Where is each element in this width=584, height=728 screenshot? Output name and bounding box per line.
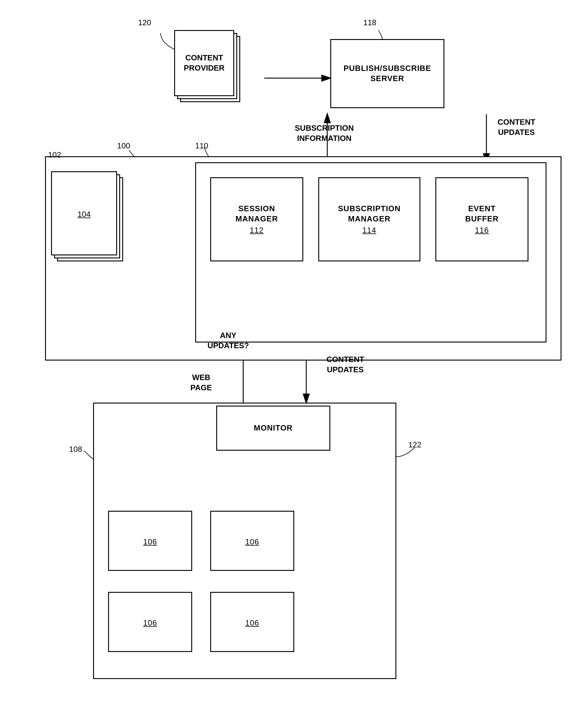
subscription-manager-ref: 114 [362, 226, 376, 235]
event-buffer-ref: 116 [475, 226, 489, 235]
content-area-box-3: 106 [108, 592, 192, 652]
ref-102: 102 [48, 150, 61, 159]
session-manager-label: SESSIONMANAGER [235, 204, 278, 224]
subscription-manager-box: SUBSCRIPTIONMANAGER 114 [318, 177, 420, 261]
content-provider-label: CONTENTPROVIDER [184, 53, 225, 73]
client-pages-ref: 104 [78, 210, 90, 219]
content-area-ref-1: 106 [143, 537, 157, 547]
content-area-box-4: 106 [210, 592, 294, 652]
content-area-ref-2: 106 [245, 537, 259, 547]
content-updates-top-label: CONTENTUPDATES [474, 117, 558, 138]
subscription-information-label: SUBSCRIPTIONINFORMATION [285, 123, 363, 144]
monitor-box: MONITOR [216, 406, 330, 451]
session-manager-box: SESSIONMANAGER 112 [210, 177, 303, 261]
publish-subscribe-server-box: PUBLISH/SUBSCRIBESERVER [330, 39, 444, 108]
content-updates-bottom-label: CONTENTUPDATES [315, 355, 375, 375]
session-manager-ref: 112 [250, 226, 263, 235]
content-area-box-1: 106 [108, 511, 192, 571]
subscription-manager-label: SUBSCRIPTIONMANAGER [338, 204, 400, 224]
any-updates-label: ANYUPDATES? [198, 331, 258, 351]
ref-122: 122 [408, 440, 421, 449]
content-area-box-2: 106 [210, 511, 294, 571]
ref-100: 100 [117, 141, 130, 151]
ref-120: 120 [138, 18, 151, 27]
diagram: 120 CONTENTPROVIDER 118 PUBLISH/SUBSCRIB… [0, 0, 584, 728]
monitor-label: MONITOR [254, 423, 293, 433]
content-area-ref-3: 106 [143, 618, 157, 628]
ref-108: 108 [69, 445, 82, 454]
ref-110: 110 [195, 141, 208, 151]
content-area-ref-4: 106 [245, 618, 259, 628]
web-page-label: WEBPAGE [177, 372, 225, 393]
publish-subscribe-server-label: PUBLISH/SUBSCRIBESERVER [343, 63, 431, 84]
ref-118: 118 [363, 18, 376, 27]
event-buffer-box: EVENTBUFFER 116 [435, 177, 528, 261]
event-buffer-label: EVENTBUFFER [465, 204, 498, 224]
